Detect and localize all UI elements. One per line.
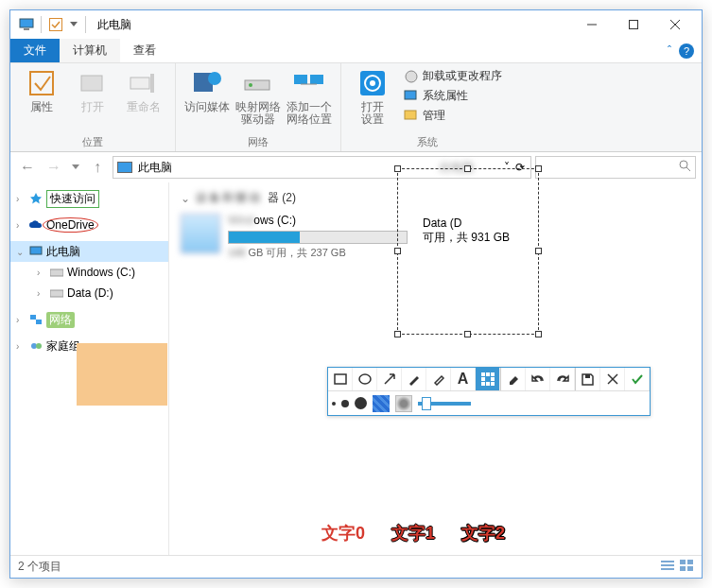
properties-button[interactable]: 属性 bbox=[18, 67, 65, 113]
details-view-icon[interactable] bbox=[660, 559, 675, 575]
drive-icon bbox=[181, 214, 220, 253]
mosaic-tool[interactable] bbox=[476, 368, 500, 390]
brush-medium[interactable] bbox=[341, 400, 349, 407]
tab-file[interactable]: 文件 bbox=[10, 39, 60, 62]
group-label-location: 位置 bbox=[82, 135, 103, 149]
sidebar-item-label: 此电脑 bbox=[46, 244, 80, 260]
manage-button[interactable]: 管理 bbox=[400, 107, 506, 125]
search-input[interactable] bbox=[535, 156, 696, 179]
sidebar-item-label: 家庭组 bbox=[46, 338, 80, 355]
up-button[interactable]: ↑ bbox=[86, 156, 109, 179]
brush-small[interactable] bbox=[332, 402, 336, 406]
svg-point-41 bbox=[359, 374, 371, 384]
large-icons-view-icon[interactable] bbox=[679, 559, 694, 575]
eraser-tool[interactable] bbox=[501, 368, 526, 390]
arrow-tool[interactable] bbox=[377, 368, 402, 390]
section-count: 器 (2) bbox=[268, 190, 296, 206]
svg-point-12 bbox=[208, 72, 221, 85]
svg-rect-40 bbox=[335, 374, 346, 384]
breadcrumb[interactable]: 此电脑 bbox=[138, 160, 172, 176]
confirm-button[interactable] bbox=[625, 368, 650, 390]
check-icon[interactable] bbox=[47, 16, 64, 33]
svg-rect-35 bbox=[661, 568, 674, 570]
svg-rect-44 bbox=[491, 372, 495, 376]
sidebar-item-onedrive[interactable]: › OneDrive bbox=[10, 215, 168, 235]
map-drive-button[interactable]: 映射网络驱动器 bbox=[234, 67, 282, 126]
close-button[interactable] bbox=[654, 10, 696, 39]
text-annotations: 文字0 文字1 文字2 bbox=[321, 522, 505, 545]
sidebar-item-label: OneDrive bbox=[46, 218, 95, 232]
drive-item-c[interactable]: Windows (C:) 148 GB 可用，共 237 GB bbox=[181, 214, 408, 260]
minimize-button[interactable] bbox=[571, 10, 613, 39]
svg-rect-15 bbox=[294, 75, 307, 84]
text-tool[interactable]: A bbox=[451, 368, 476, 390]
drive-icon bbox=[49, 265, 64, 280]
svg-rect-36 bbox=[680, 560, 686, 564]
brush-slider[interactable] bbox=[418, 402, 471, 406]
svg-point-32 bbox=[36, 343, 42, 349]
ribbon-tabs: 文件 计算机 查看 ˆ ? bbox=[10, 39, 702, 63]
mosaic-style-a[interactable] bbox=[373, 395, 390, 412]
star-icon bbox=[28, 191, 43, 206]
svg-rect-0 bbox=[20, 19, 33, 27]
uninstall-button[interactable]: 卸载或更改程序 bbox=[400, 67, 506, 85]
open-settings-button[interactable]: 打开设置 bbox=[349, 67, 396, 126]
system-properties-button[interactable]: 系统属性 bbox=[400, 87, 506, 105]
ellipse-tool[interactable] bbox=[353, 368, 377, 390]
sidebar-item-label: 快速访问 bbox=[46, 190, 99, 208]
back-button[interactable]: ← bbox=[16, 156, 39, 179]
maximize-button[interactable] bbox=[613, 10, 654, 39]
marker-tool[interactable] bbox=[426, 368, 451, 390]
ribbon: 属性 打开 重命名 位置 访问媒体 bbox=[10, 63, 702, 152]
rename-button[interactable]: 重命名 bbox=[120, 67, 167, 113]
svg-rect-26 bbox=[30, 247, 42, 254]
forward-button[interactable]: → bbox=[43, 156, 65, 179]
add-location-button[interactable]: 添加一个网络位置 bbox=[286, 67, 333, 126]
svg-rect-48 bbox=[486, 382, 490, 386]
recent-dropdown[interactable] bbox=[69, 156, 82, 179]
svg-point-14 bbox=[249, 83, 252, 87]
undo-button[interactable] bbox=[526, 368, 550, 390]
svg-rect-1 bbox=[24, 28, 29, 30]
svg-rect-50 bbox=[585, 374, 590, 378]
svg-rect-30 bbox=[36, 320, 42, 324]
open-button[interactable]: 打开 bbox=[69, 67, 116, 113]
svg-rect-27 bbox=[50, 269, 63, 276]
collapse-ribbon-icon[interactable]: ˆ bbox=[668, 44, 671, 58]
selection-marquee[interactable] bbox=[397, 168, 539, 335]
cloud-icon bbox=[28, 217, 43, 233]
save-button[interactable] bbox=[576, 368, 600, 390]
svg-rect-7 bbox=[30, 72, 53, 95]
status-bar: 2 个项目 bbox=[10, 555, 702, 578]
sidebar-item-network[interactable]: › 网络 bbox=[10, 309, 168, 330]
svg-rect-29 bbox=[30, 315, 36, 320]
access-media-button[interactable]: 访问媒体 bbox=[183, 67, 231, 113]
brush-large[interactable] bbox=[355, 397, 367, 409]
title-bar: 此电脑 bbox=[10, 10, 702, 39]
svg-point-24 bbox=[680, 161, 687, 168]
window-frame: 此电脑 文件 计算机 查看 ˆ ? 属性 打开 bbox=[9, 9, 703, 579]
sidebar-item-quick[interactable]: › 快速访问 bbox=[10, 188, 168, 209]
annotation-1: 文字1 bbox=[391, 522, 435, 545]
sidebar-item-drive-d[interactable]: › Data (D:) bbox=[10, 283, 168, 303]
help-icon[interactable]: ? bbox=[679, 43, 694, 59]
tab-computer[interactable]: 计算机 bbox=[60, 39, 120, 62]
svg-rect-34 bbox=[661, 564, 674, 566]
separator bbox=[85, 16, 86, 33]
svg-rect-22 bbox=[405, 91, 416, 99]
svg-rect-23 bbox=[405, 111, 416, 119]
sidebar-item-drive-c[interactable]: › Windows (C:) bbox=[10, 262, 168, 283]
svg-rect-4 bbox=[630, 21, 638, 29]
mosaic-style-b[interactable] bbox=[395, 395, 412, 412]
cancel-button[interactable] bbox=[600, 368, 625, 390]
sidebar-item-thispc[interactable]: ⌄ 此电脑 bbox=[10, 241, 168, 262]
usage-bar bbox=[228, 231, 408, 244]
tab-view[interactable]: 查看 bbox=[120, 39, 169, 62]
pen-tool[interactable] bbox=[402, 368, 426, 390]
rect-tool[interactable] bbox=[328, 368, 353, 390]
monitor-icon bbox=[28, 244, 43, 259]
redo-button[interactable] bbox=[550, 368, 575, 390]
svg-rect-38 bbox=[680, 566, 686, 571]
svg-rect-2 bbox=[50, 19, 62, 31]
dropdown-icon[interactable] bbox=[68, 16, 79, 33]
